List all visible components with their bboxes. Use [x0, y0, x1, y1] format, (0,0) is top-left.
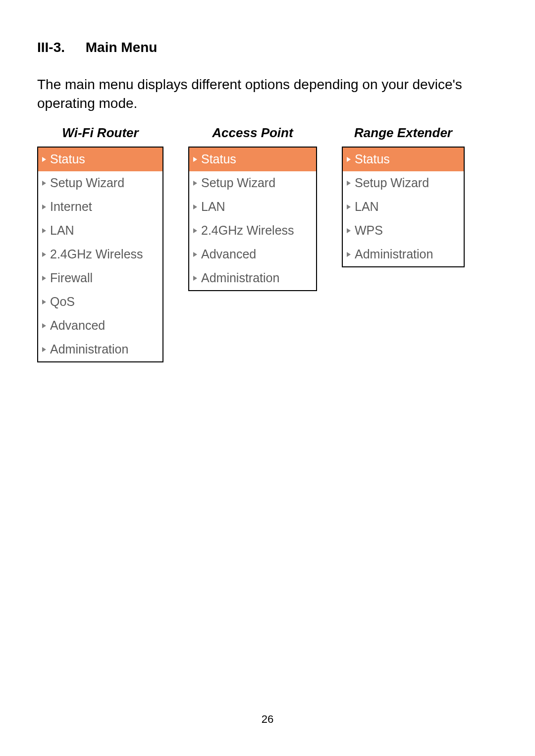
section-heading: III-3. Main Menu — [37, 40, 498, 55]
menu-item-label: 2.4GHz Wireless — [201, 223, 294, 238]
page-number: 26 — [0, 713, 535, 726]
menu-item[interactable]: LAN — [343, 195, 464, 219]
triangle-icon — [193, 252, 197, 257]
menu-item[interactable]: Internet — [38, 195, 162, 219]
menu-column-title: Range Extender — [354, 125, 452, 141]
menu-item[interactable]: LAN — [38, 219, 162, 243]
menu-list: StatusSetup WizardLANWPSAdministration — [342, 147, 465, 267]
menu-item[interactable]: Status — [38, 148, 162, 171]
menu-item-label: Status — [201, 152, 236, 166]
menu-item-label: 2.4GHz Wireless — [50, 247, 143, 261]
menu-item[interactable]: Setup Wizard — [38, 171, 162, 195]
triangle-icon — [42, 181, 46, 186]
triangle-icon — [347, 157, 351, 162]
triangle-icon — [347, 204, 351, 209]
menu-item[interactable]: Setup Wizard — [189, 171, 316, 195]
menu-item-label: WPS — [355, 223, 383, 238]
menu-item-label: Setup Wizard — [50, 176, 124, 190]
menu-item[interactable]: Status — [343, 148, 464, 171]
triangle-icon — [42, 228, 46, 233]
intro-text: The main menu displays different options… — [37, 75, 498, 113]
menu-item-label: LAN — [50, 223, 74, 238]
menu-item[interactable]: QoS — [38, 290, 162, 314]
triangle-icon — [193, 276, 197, 281]
menu-item[interactable]: WPS — [343, 219, 464, 243]
menu-column: Wi-Fi RouterStatusSetup WizardInternetLA… — [37, 125, 163, 362]
menu-item[interactable]: Setup Wizard — [343, 171, 464, 195]
menu-list: StatusSetup WizardLAN2.4GHz WirelessAdva… — [188, 147, 317, 291]
menu-column-title: Access Point — [212, 125, 293, 141]
menu-item[interactable]: Status — [189, 148, 316, 171]
menu-item-label: Setup Wizard — [201, 176, 275, 190]
triangle-icon — [193, 157, 197, 162]
menu-item[interactable]: Administration — [343, 243, 464, 266]
menu-item[interactable]: Administration — [38, 338, 162, 361]
menu-item-label: Administration — [50, 342, 128, 356]
menu-item[interactable]: Firewall — [38, 266, 162, 290]
menu-item[interactable]: Advanced — [189, 243, 316, 266]
triangle-icon — [347, 181, 351, 186]
section-title: Main Menu — [86, 40, 158, 55]
menu-item-label: LAN — [355, 200, 379, 214]
triangle-icon — [347, 252, 351, 257]
triangle-icon — [193, 204, 197, 209]
menu-item-label: QoS — [50, 295, 75, 309]
menu-list: StatusSetup WizardInternetLAN2.4GHz Wire… — [37, 147, 163, 362]
triangle-icon — [347, 228, 351, 233]
menu-column: Access PointStatusSetup WizardLAN2.4GHz … — [188, 125, 317, 291]
triangle-icon — [42, 276, 46, 281]
menu-item[interactable]: 2.4GHz Wireless — [38, 243, 162, 266]
triangle-icon — [193, 228, 197, 233]
menu-item-label: Internet — [50, 200, 92, 214]
menu-column-title: Wi-Fi Router — [62, 125, 138, 141]
menu-item-label: Firewall — [50, 271, 93, 285]
triangle-icon — [42, 300, 46, 304]
menu-item-label: Administration — [355, 247, 433, 261]
menu-column: Range ExtenderStatusSetup WizardLANWPSAd… — [342, 125, 465, 267]
menu-item-label: LAN — [201, 200, 225, 214]
triangle-icon — [42, 347, 46, 352]
triangle-icon — [42, 252, 46, 257]
menu-item-label: Advanced — [201, 247, 256, 261]
menu-item-label: Administration — [201, 271, 279, 285]
triangle-icon — [193, 181, 197, 186]
menu-item[interactable]: Administration — [189, 266, 316, 290]
menu-item[interactable]: LAN — [189, 195, 316, 219]
triangle-icon — [42, 323, 46, 328]
menu-item-label: Advanced — [50, 318, 105, 333]
triangle-icon — [42, 204, 46, 209]
menu-item-label: Status — [355, 152, 390, 166]
menu-item[interactable]: 2.4GHz Wireless — [189, 219, 316, 243]
section-number: III-3. — [37, 40, 82, 55]
triangle-icon — [42, 157, 46, 162]
menu-item-label: Setup Wizard — [355, 176, 429, 190]
menu-columns: Wi-Fi RouterStatusSetup WizardInternetLA… — [37, 125, 498, 362]
menu-item[interactable]: Advanced — [38, 314, 162, 338]
menu-item-label: Status — [50, 152, 85, 166]
